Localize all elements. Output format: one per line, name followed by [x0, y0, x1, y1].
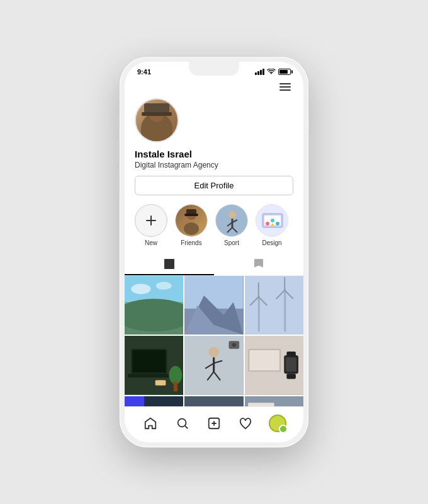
svg-point-55 — [232, 343, 236, 347]
power-button — [310, 132, 312, 167]
saved-icon — [254, 259, 263, 269]
svg-point-48 — [209, 347, 220, 358]
photo-cell-2[interactable] — [184, 276, 243, 335]
photo-4 — [125, 336, 183, 394]
photo-grid — [125, 276, 303, 406]
volume-down-button — [116, 170, 118, 195]
story-label-new: New — [145, 239, 157, 246]
nav-heart[interactable] — [234, 412, 257, 435]
story-item-friends[interactable]: Friends — [175, 204, 208, 246]
story-thumb-design — [256, 205, 288, 236]
battery-icon — [278, 69, 291, 75]
svg-rect-30 — [245, 276, 303, 335]
photo-6 — [245, 336, 303, 394]
heart-icon — [239, 416, 252, 430]
avatar-image — [136, 100, 177, 141]
sport-illustration — [216, 205, 248, 237]
svg-rect-27 — [184, 276, 243, 309]
nav-home[interactable] — [139, 412, 162, 435]
svg-point-23 — [131, 284, 150, 294]
search-icon — [176, 416, 189, 430]
wifi-icon — [267, 69, 276, 75]
svg-rect-31 — [257, 295, 259, 331]
photo-cell-9[interactable] — [245, 396, 303, 406]
nav-profile[interactable] — [266, 412, 289, 435]
svg-point-16 — [266, 222, 269, 226]
phone-frame: 9:41 — [120, 57, 308, 447]
grid-icon — [164, 259, 174, 269]
photo-1 — [125, 276, 183, 335]
svg-rect-61 — [286, 352, 296, 357]
bottom-nav — [125, 406, 303, 442]
svg-rect-46 — [155, 381, 166, 386]
content-tabs — [125, 254, 303, 276]
photo-2 — [184, 276, 243, 335]
menu-button[interactable] — [277, 81, 293, 93]
photo-cell-3[interactable] — [245, 276, 303, 335]
story-circle-friends — [175, 204, 208, 237]
svg-point-24 — [156, 282, 172, 289]
profile-section: Instale Israel Digital Instagram Agency … — [125, 93, 303, 195]
avatar[interactable] — [135, 98, 179, 142]
svg-point-19 — [271, 224, 274, 226]
svg-rect-44 — [174, 382, 177, 392]
profile-header — [125, 78, 303, 93]
photo-cell-6[interactable] — [245, 336, 303, 394]
photo-cell-1[interactable] — [125, 276, 183, 335]
svg-point-7 — [228, 211, 236, 219]
status-icons — [255, 69, 291, 75]
stories-row: New — [125, 195, 303, 251]
svg-point-3 — [184, 222, 199, 235]
story-circle-design — [256, 204, 288, 237]
photo-cell-5[interactable] — [184, 336, 243, 394]
add-icon — [207, 416, 221, 430]
profile-bio: Digital Instagram Agency — [135, 161, 293, 169]
tab-saved[interactable] — [214, 254, 303, 275]
photo-9 — [245, 396, 303, 406]
photo-cell-7[interactable] — [125, 396, 183, 406]
svg-point-43 — [169, 366, 183, 384]
friends-illustration — [180, 206, 203, 235]
story-label-friends: Friends — [181, 239, 201, 246]
story-label-design: Design — [262, 239, 281, 246]
photo-cell-8[interactable] — [184, 396, 243, 406]
svg-rect-42 — [128, 374, 170, 377]
signal-icon — [255, 69, 264, 75]
svg-rect-5 — [184, 214, 198, 216]
story-label-sport: Sport — [224, 239, 239, 246]
time-display: 9:41 — [137, 68, 151, 76]
hat-decoration — [144, 103, 169, 113]
story-item-new[interactable]: New — [135, 204, 167, 246]
svg-point-25 — [125, 299, 183, 331]
notch — [189, 62, 239, 76]
nav-add[interactable] — [203, 412, 225, 435]
svg-line-83 — [185, 426, 188, 428]
photo-8 — [184, 396, 243, 406]
svg-rect-41 — [132, 350, 166, 372]
svg-point-82 — [177, 419, 186, 427]
nav-search[interactable] — [171, 412, 194, 435]
volume-up-button — [116, 139, 118, 164]
svg-point-18 — [276, 222, 279, 226]
phone-content[interactable]: Instale Israel Digital Instagram Agency … — [125, 78, 303, 406]
svg-rect-4 — [186, 209, 196, 214]
profile-dot — [269, 415, 286, 432]
phone-screen: 9:41 — [125, 62, 303, 442]
mute-button — [116, 113, 118, 131]
story-thumb-sport — [216, 205, 247, 236]
svg-rect-60 — [286, 358, 296, 372]
photo-cell-4[interactable] — [125, 336, 183, 394]
svg-rect-62 — [286, 374, 296, 379]
svg-rect-69 — [184, 396, 243, 406]
story-item-sport[interactable]: Sport — [215, 204, 248, 246]
photo-7 — [125, 396, 183, 406]
svg-rect-58 — [249, 350, 279, 370]
story-item-design[interactable]: Design — [256, 204, 288, 246]
profile-name: Instale Israel — [135, 149, 293, 159]
photo-3 — [245, 276, 303, 335]
story-circle-new — [135, 204, 167, 237]
story-circle-sport — [215, 204, 248, 237]
edit-profile-button[interactable]: Edit Profile — [135, 176, 293, 195]
svg-rect-66 — [125, 396, 144, 406]
tab-grid[interactable] — [125, 254, 214, 275]
